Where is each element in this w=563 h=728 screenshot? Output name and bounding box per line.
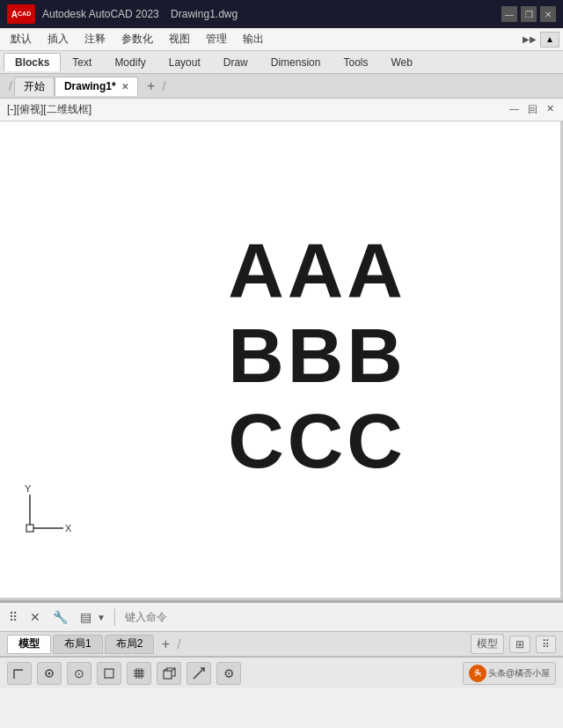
- tab-blocks[interactable]: Blocks: [4, 53, 61, 71]
- slash-right: /: [163, 79, 166, 93]
- doc-tabs: / 开始 Drawing1* ✕ + /: [0, 74, 563, 99]
- svg-text:Y: Y: [25, 483, 32, 494]
- menu-extra: ▶▶ ▲: [523, 32, 559, 48]
- cmd-separator: │: [111, 609, 120, 625]
- viewport-minimize-btn[interactable]: —: [508, 103, 521, 116]
- menu-insert[interactable]: 插入: [40, 30, 76, 48]
- tab-modify[interactable]: Modify: [103, 53, 157, 71]
- model-tab[interactable]: 模型: [7, 635, 51, 654]
- cad-text-line-2: BBB: [228, 313, 406, 399]
- axis-indicator: X Y: [18, 482, 88, 548]
- status-3d-btn[interactable]: [157, 662, 181, 685]
- status-bar: ⊙ ⚙ 头 头条@橘否小屋: [0, 657, 563, 688]
- cmd-folder-group: ▤ ▼: [77, 608, 106, 626]
- bottom-border: [0, 598, 563, 600]
- menu-parametric[interactable]: 参数化: [114, 30, 160, 48]
- command-input-area[interactable]: [125, 611, 558, 623]
- app-name: Autodesk AutoCAD 2023: [42, 8, 159, 20]
- command-bar: ⠿ ✕ 🔧 ▤ ▼ │: [0, 602, 563, 632]
- cad-text-line-3: CCC: [228, 399, 406, 484]
- svg-line-17: [194, 668, 204, 679]
- tab-layout[interactable]: Layout: [157, 53, 212, 71]
- status-grid-btn[interactable]: [127, 662, 151, 685]
- watermark-icon: 头: [469, 665, 486, 682]
- menu-overflow[interactable]: ▶▶: [523, 34, 537, 44]
- tab-draw[interactable]: Draw: [212, 53, 260, 71]
- start-tab[interactable]: 开始: [14, 77, 55, 96]
- tab-tools[interactable]: Tools: [332, 53, 379, 71]
- drawing-tab[interactable]: Drawing1* ✕: [55, 77, 138, 96]
- ribbon-tabs: Blocks Text Modify Layout Draw Dimension…: [0, 51, 563, 74]
- tab-dimension[interactable]: Dimension: [260, 53, 333, 71]
- layout-grid-btn[interactable]: ⊞: [509, 636, 530, 653]
- cad-text-content: AAA BBB CCC: [228, 228, 406, 483]
- svg-rect-0: [26, 525, 33, 532]
- status-corner-btn[interactable]: [7, 662, 32, 685]
- logo-a: A: [11, 10, 18, 19]
- menu-view[interactable]: 视图: [162, 30, 197, 48]
- watermark-area: 头 头条@橘否小屋: [463, 662, 556, 685]
- window-controls: — ❐ ✕: [501, 6, 556, 22]
- start-tab-label: 开始: [24, 79, 45, 94]
- tab-web[interactable]: Web: [379, 53, 423, 71]
- add-layout-button[interactable]: +: [156, 635, 175, 654]
- restore-button[interactable]: ❐: [521, 6, 537, 22]
- menu-default[interactable]: 默认: [4, 30, 39, 48]
- svg-rect-14: [164, 671, 172, 679]
- status-gear-btn[interactable]: ⚙: [216, 662, 241, 685]
- menu-annotate[interactable]: 注释: [77, 30, 113, 48]
- cmd-wrench-icon[interactable]: 🔧: [49, 608, 71, 626]
- grid-icon: [132, 666, 146, 680]
- close-button[interactable]: ✕: [540, 6, 556, 22]
- logo-cad: CAD: [18, 11, 31, 17]
- cmd-folder-icon[interactable]: ▤: [77, 608, 95, 626]
- status-snap-btn[interactable]: [37, 662, 62, 685]
- cube-icon: [162, 666, 176, 680]
- file-name: Drawing1.dwg: [171, 8, 238, 20]
- add-tab-button[interactable]: +: [142, 77, 161, 96]
- tab-text[interactable]: Text: [61, 53, 103, 71]
- layout-slash: /: [177, 637, 180, 651]
- title-text: Autodesk AutoCAD 2023 Drawing1.dwg: [42, 8, 494, 20]
- drawing-tab-close[interactable]: ✕: [121, 82, 128, 92]
- svg-point-6: [48, 672, 51, 674]
- title-bar: A CAD Autodesk AutoCAD 2023 Drawing1.dwg…: [0, 0, 563, 28]
- watermark-text: 头条@橘否小屋: [488, 667, 550, 680]
- acad-logo: A CAD: [7, 4, 35, 24]
- menu-manage[interactable]: 管理: [199, 30, 234, 48]
- layout-dots-btn[interactable]: ⠿: [536, 636, 556, 653]
- snap-icon: [42, 666, 56, 680]
- status-ortho-btn[interactable]: [97, 662, 121, 685]
- layout1-tab[interactable]: 布局1: [53, 635, 103, 654]
- viewport-header: [-][俯视][二维线框] — 回 ✕: [0, 99, 563, 121]
- svg-text:X: X: [65, 523, 72, 533]
- command-input[interactable]: [125, 611, 558, 623]
- menu-output[interactable]: 输出: [236, 30, 271, 48]
- menu-extra-button[interactable]: ▲: [540, 32, 559, 48]
- drawing-area[interactable]: AAA BBB CCC X Y: [0, 121, 563, 602]
- menu-bar: 默认 插入 注释 参数化 视图 管理 输出 ▶▶ ▲: [0, 28, 563, 51]
- corner-icon: [12, 666, 26, 680]
- minimize-button[interactable]: —: [501, 6, 517, 22]
- viewport-close-btn[interactable]: ✕: [545, 103, 556, 116]
- layout-model-btn[interactable]: 模型: [471, 634, 504, 654]
- status-bar-right: 头 头条@橘否小屋: [463, 662, 556, 685]
- status-ucs-btn[interactable]: [186, 662, 211, 685]
- drawing-tab-label: Drawing1*: [64, 80, 116, 92]
- cmd-folder-arrow[interactable]: ▼: [97, 613, 106, 622]
- viewport-restore-btn[interactable]: 回: [526, 103, 539, 116]
- svg-rect-7: [105, 669, 113, 678]
- layout2-tab[interactable]: 布局2: [105, 635, 155, 654]
- slash-left: /: [9, 79, 12, 93]
- layout-tabs-right: 模型 ⊞ ⠿: [471, 634, 556, 654]
- cmd-close-icon[interactable]: ✕: [26, 608, 44, 626]
- axis-svg: X Y: [18, 482, 88, 544]
- ortho-icon: [102, 666, 116, 680]
- layout-tabs: 模型 布局1 布局2 + / 模型 ⊞ ⠿: [0, 632, 563, 657]
- cmd-dots-icon[interactable]: ⠿: [5, 608, 21, 626]
- cad-text-line-1: AAA: [228, 228, 406, 313]
- status-polar-btn[interactable]: ⊙: [67, 662, 91, 685]
- viewport-label: [-][俯视][二维线框]: [7, 102, 508, 117]
- viewport-controls: — 回 ✕: [508, 103, 556, 116]
- ucs-icon: [192, 666, 206, 680]
